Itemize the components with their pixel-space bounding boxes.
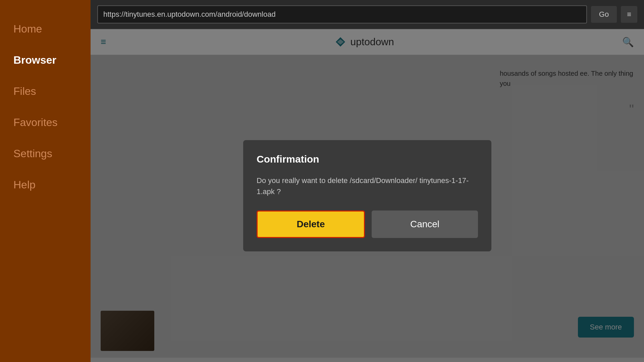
go-button[interactable]: Go — [591, 6, 617, 23]
browser-content: ≡ uptodown 🔍 housands of songs hosted ee… — [91, 29, 644, 362]
browser-menu-button[interactable]: ≡ — [621, 6, 637, 23]
dialog-message: Do you really want to delete /sdcard/Dow… — [257, 175, 478, 197]
sidebar-item-help[interactable]: Help — [0, 169, 91, 200]
sidebar: Home Browser Files Favorites Settings He… — [0, 0, 91, 362]
dialog-buttons: Delete Cancel — [257, 210, 478, 238]
sidebar-item-files[interactable]: Files — [0, 76, 91, 107]
sidebar-item-home[interactable]: Home — [0, 13, 91, 45]
browser-bar: Go ≡ — [91, 0, 644, 29]
browser-main: Go ≡ ≡ uptodown 🔍 housands of songs hos — [91, 0, 644, 362]
delete-button[interactable]: Delete — [257, 210, 365, 238]
confirmation-dialog: Confirmation Do you really want to delet… — [243, 140, 491, 251]
sidebar-item-settings[interactable]: Settings — [0, 138, 91, 169]
sidebar-item-browser[interactable]: Browser — [0, 45, 91, 76]
dialog-overlay: Confirmation Do you really want to delet… — [91, 29, 644, 362]
cancel-button[interactable]: Cancel — [372, 210, 478, 238]
sidebar-item-favorites[interactable]: Favorites — [0, 107, 91, 138]
dialog-title: Confirmation — [257, 154, 478, 165]
url-input[interactable] — [97, 5, 587, 23]
webpage: ≡ uptodown 🔍 housands of songs hosted ee… — [91, 29, 644, 362]
